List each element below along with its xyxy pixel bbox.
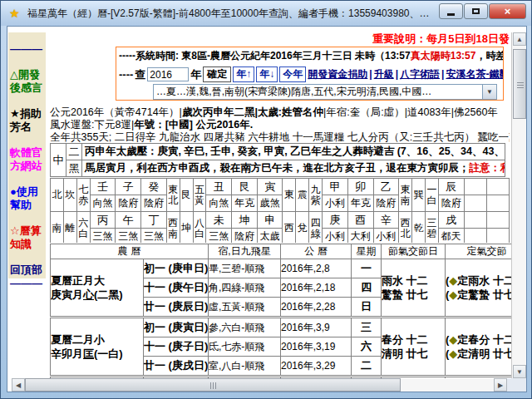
taisui-table: 中 二 丙申年太歲壓：庚寅, 辛巳, 壬申, 癸亥, 甲寅, 乙巳年生之人葬時避… (50, 143, 505, 177)
col-exact-solar-term: 定氣交節 (446, 244, 512, 259)
year-info-line3: 全年共355天; 二日得辛 九龍治水 四屠共豬 六牛耕地 十一馬運糧 七人分丙（… (50, 131, 510, 144)
diamond-icon: ◆ (449, 274, 457, 287)
nine-palace-grid: 北坎七赤 壬子癸 東北艮五黃 丑艮寅 東震九紫 甲卯乙 東南巽一白 辰 向煞陰府… (50, 178, 510, 243)
month-mansion-link[interactable]: 心 (83, 288, 94, 301)
horizontal-scrollbar-thumb[interactable] (25, 378, 401, 392)
year-down-button[interactable]: 年↓ (256, 66, 278, 82)
year-info-line1: 公元2016年（黃帝4714年）|歲次丙申年二黑|太歲:姓管名仲|年宿:奎（局:… (50, 106, 510, 119)
year-input[interactable] (147, 67, 189, 81)
tea-ad-link[interactable]: 安溪名茶-鐵觀音- (446, 66, 503, 83)
exact-solar-terms-cell: (◆定春分 十二 (◆定清明 廿七 (446, 318, 512, 377)
right-arrow-icon: ▶ (498, 382, 503, 389)
sidebar-divider-top: ——— (10, 42, 46, 56)
upgrade-link[interactable]: 升級 (374, 66, 394, 83)
sidebar-item-help[interactable]: ●使用 幫助 (10, 185, 46, 212)
up-arrow-icon: ▲ (516, 36, 523, 43)
table-row: 夏曆正月大 庚寅月心(二黑) 初一 (庚申日) 畢,三碧-順飛 2016年,2,… (51, 259, 512, 278)
sidebar-item-official-site[interactable]: 軟體官 方網站 (10, 146, 46, 173)
client-area: ——— △開發 後感言 ★捐助 芳名 軟體官 方網站 ●使用 幫助 ☆曆算 知識… (7, 26, 527, 392)
true-solar-time: 真太陽時13:57 (411, 50, 476, 62)
content-area: 重要說明：每月5日到18日發 -----系統時間: 東8區-農曆公元紀年2016… (46, 32, 511, 378)
maximize-icon (472, 8, 480, 14)
thumb-grip-icon (517, 81, 524, 88)
title-bar[interactable]: ★ 福星萬年（經）曆-[V2.57版-繁體]-前4800年至10000年查詢、編… (1, 1, 532, 26)
era-combobox-dropdown-button[interactable]: ▼ (482, 85, 496, 99)
taisui-warning: 註意：利煞參 (470, 162, 505, 174)
sidebar-item-back-to-top[interactable]: 回頂部 ——— (10, 264, 46, 290)
taisui-line2: 馬居寅月，利在西方申酉戌，殺在南方巳午未，進在北方亥子丑，退在東方寅卯辰；註意：… (82, 160, 505, 177)
donate-link[interactable]: 開發資金捐助 (308, 66, 367, 83)
col-weekday: 星期 (352, 244, 382, 259)
nine-palace-row-south: 南離六白 丙午丁 西南坤八白 未坤申 西兌四綠 庚酉辛 西北乾三碧 戌 三煞三煞… (50, 211, 510, 243)
scrollbar-corner (507, 378, 527, 392)
horizontal-scrollbar[interactable]: ◀ ▶ (12, 378, 507, 392)
year-info-line2: 風水運盤:下元8運|年號：[中國] 公元2016年. (50, 119, 510, 131)
nine-palace-row-north: 北坎七赤 壬子癸 東北艮五黃 丑艮寅 東震九紫 甲卯乙 東南巽一白 辰 向煞陰府… (50, 178, 510, 212)
confirm-button[interactable]: 確定 (203, 66, 231, 82)
table-row: 夏曆二月小 辛卯月匡(一白) 初一 (庚寅日) 參,六白-順飛 2016年,3,… (51, 318, 512, 337)
year-info-block: 公元2016年（黃帝4714年）|歲次丙申年二黑|太歲:姓管名仲|年宿:奎（局:… (50, 106, 510, 144)
col-mansion-star: 宿,日九飛星 (209, 244, 281, 259)
col-lunar: 農 曆 (51, 244, 209, 259)
down-arrow-icon: ▼ (516, 368, 523, 376)
scroll-right-button[interactable]: ▶ (494, 378, 507, 392)
taisui-line1: 丙申年太歲壓：庚寅, 辛巳, 壬申, 癸亥, 甲寅, 乙巳年生之人葬時避吉 (7… (82, 144, 505, 160)
sidebar-item-calendar-knowledge[interactable]: ☆曆算 知識 (10, 224, 46, 251)
taisui-star-bottom: 黑 (66, 160, 82, 177)
vertical-scrollbar-thumb[interactable] (513, 49, 526, 119)
year-up-button[interactable]: 年↑ (233, 66, 254, 82)
window-title: 福星萬年（經）曆-[V2.57版-繁體]-前4800年至10000年查詢、編者手… (27, 7, 434, 21)
solar-terms-cell: 春分 十二 清明 廿七 (382, 318, 446, 377)
month-label: 夏曆二月小 辛卯月匡(一白) (51, 318, 144, 377)
col-gregorian: 公 曆 (281, 244, 352, 259)
close-icon: × (505, 6, 511, 17)
query-label: 查 (135, 66, 145, 83)
minimize-icon (447, 13, 455, 16)
minimize-button[interactable] (439, 3, 463, 19)
diamond-icon: ◆ (449, 333, 457, 346)
app-window: ★ 福星萬年（經）曆-[V2.57版-繁體]-前4800年至10000年查詢、編… (0, 0, 532, 399)
taisui-center-cell: 中 (51, 144, 66, 177)
scroll-up-button[interactable]: ▲ (513, 32, 526, 46)
month-label: 夏曆正月大 庚寅月心(二黑) (51, 259, 144, 318)
exact-solar-terms-cell: (◆定雨水 十二 (◆定驚蟄 廿七 (446, 259, 512, 318)
sidebar-item-dev-feedback[interactable]: △開發 後感言 (10, 68, 46, 95)
diamond-icon: ◆ (449, 347, 457, 360)
system-time-panel: -----系統時間: 東8區-農曆公元紀年2016年三月十三日 未時（13:57… (116, 47, 504, 101)
diamond-icon: ◆ (449, 288, 457, 301)
col-solar-term: 節氣交節日 (382, 244, 446, 259)
solar-terms-cell: 雨水 十二 驚蟄 廿七 (382, 259, 446, 318)
vertical-scrollbar[interactable]: ▲ ▼ (511, 32, 526, 378)
almanac-table: 農 曆 宿,日九飛星 公 曆 星期 節氣交節日 定氣交節 夏曆正月大 庚寅月心(… (50, 244, 511, 378)
thumb-grip-icon (210, 382, 217, 389)
star-icon: ★ (9, 7, 22, 20)
era-combobox[interactable]: …夏…漢,魏,晉,南朝(宋齊梁陳)隋唐,五代,宋元明清,民國,中國… ▼ (153, 84, 497, 100)
scroll-down-button[interactable]: ▼ (513, 365, 526, 378)
close-button[interactable]: × (489, 3, 526, 19)
almanac-header-row: 農 曆 宿,日九飛星 公 曆 星期 節氣交節日 定氣交節 (51, 244, 512, 259)
maximize-button[interactable] (464, 3, 488, 19)
taisui-star-top: 二 (66, 144, 82, 160)
year-query-row: ---- 查 年 確定 年↑ 年↓ 今年 開發資金捐助| 升級| 八字術語| 安… (116, 65, 503, 84)
system-time-line: -----系統時間: 東8區-農曆公元紀年2016年三月十三日 未時（13:57… (116, 47, 503, 65)
bazi-terms-link[interactable]: 八字術語 (400, 66, 440, 83)
scroll-left-button[interactable]: ◀ (12, 378, 25, 392)
left-arrow-icon: ◀ (16, 382, 21, 389)
important-note-marquee: 重要說明：每月5日到18日發 (46, 32, 510, 47)
sidebar: ——— △開發 後感言 ★捐助 芳名 軟體官 方網站 ●使用 幫助 ☆曆算 知識… (8, 32, 46, 278)
this-year-button[interactable]: 今年 (279, 66, 306, 82)
era-combobox-value: …夏…漢,魏,晉,南朝(宋齊梁陳)隋唐,五代,宋元明清,民國,中國… (154, 85, 482, 99)
sidebar-item-donor-list[interactable]: ★捐助 芳名 (10, 107, 46, 134)
month-mansion-link[interactable]: 匡 (83, 347, 94, 360)
chevron-down-icon: ▼ (486, 88, 493, 96)
